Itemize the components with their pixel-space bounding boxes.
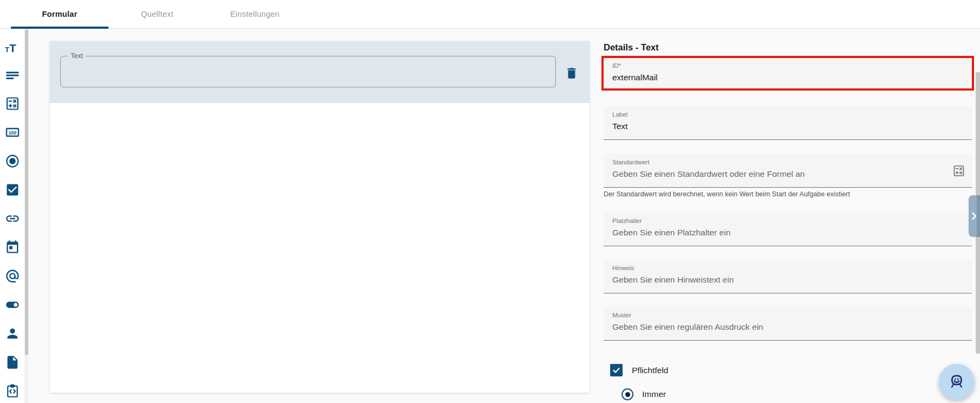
calculator-icon — [5, 96, 20, 111]
palette-item-expression[interactable] — [5, 96, 20, 111]
hint-field-placeholder: Geben Sie einen Hinweistext ein — [612, 274, 963, 285]
text-icon: TT — [5, 42, 16, 54]
required-checkbox-label: Pflichtfeld — [632, 366, 668, 375]
label-field-value: Text — [612, 121, 963, 131]
calendar-icon — [5, 240, 20, 255]
palette-item-email[interactable] — [5, 268, 20, 284]
link-icon — [5, 211, 20, 226]
check-icon — [612, 366, 621, 375]
pattern-field[interactable]: Muster Geben Sie einen regulären Ausdruc… — [604, 307, 972, 341]
label-field-label: Label — [612, 111, 963, 118]
palette-item-file[interactable] — [5, 355, 20, 370]
default-value-placeholder: Geben Sie einen Standardwert oder eine F… — [612, 169, 963, 179]
pattern-field-label: Muster — [612, 312, 963, 319]
palette-scrollbar-thumb[interactable] — [25, 29, 28, 355]
text-component-label: Text — [68, 52, 86, 60]
palette-item-toggle[interactable] — [5, 297, 20, 312]
palette-item-checklist[interactable] — [5, 383, 20, 399]
required-checkbox-row: Pflichtfeld — [610, 364, 668, 376]
default-value-field[interactable]: Standardwert Geben Sie einen Standardwer… — [604, 154, 972, 188]
required-checkbox[interactable] — [610, 364, 623, 376]
form-builder-app: Formular Quelltext Einstellungen TT — [0, 0, 980, 403]
number-icon: 100 — [5, 125, 20, 140]
robot-assistant-icon — [947, 372, 966, 392]
tab-quelltext[interactable]: Quelltext — [108, 0, 206, 28]
placeholder-field-placeholder: Geben Sie einen Platzhalter ein — [612, 227, 963, 238]
paragraph-icon — [5, 67, 20, 82]
always-radio-label: Immer — [642, 389, 666, 399]
component-palette: TT — [0, 28, 29, 403]
pattern-field-placeholder: Geben Sie einen regulären Ausdruck ein — [612, 322, 963, 332]
palette-items: TT — [5, 39, 20, 399]
radio-dot — [625, 392, 630, 397]
formula-editor-button[interactable] — [952, 164, 965, 177]
id-field[interactable]: ID* externalMail — [604, 58, 972, 88]
trash-icon — [565, 66, 579, 80]
file-icon — [5, 355, 20, 370]
always-radio-row: Immer — [622, 388, 666, 400]
form-canvas: Text — [50, 41, 590, 393]
checklist-code-icon — [5, 383, 20, 399]
tab-einstellungen-label: Einstellungen — [230, 10, 280, 18]
palette-item-date[interactable] — [5, 240, 20, 255]
checkbox-icon — [5, 182, 20, 197]
chevron-right-icon — [971, 212, 977, 220]
text-component-preview[interactable]: Text — [60, 56, 556, 87]
toggle-icon — [5, 297, 20, 312]
label-field[interactable]: Label Text — [604, 106, 972, 140]
hint-field-label: Hinweis — [612, 265, 963, 272]
tab-bar: Formular Quelltext Einstellungen — [0, 0, 980, 29]
palette-item-link[interactable] — [5, 211, 20, 226]
palette-item-radio[interactable] — [5, 153, 20, 169]
calculator-icon — [952, 164, 965, 177]
assistant-fab-button[interactable] — [939, 364, 975, 400]
tab-quelltext-label: Quelltext — [141, 10, 174, 18]
selected-component-row[interactable]: Text — [50, 41, 590, 103]
hint-field[interactable]: Hinweis Geben Sie einen Hinweistext ein — [604, 260, 972, 293]
id-field-label: ID* — [612, 62, 963, 69]
always-radio[interactable] — [622, 388, 633, 400]
placeholder-field[interactable]: Platzhalter Geben Sie einen Platzhalter … — [604, 213, 972, 246]
default-value-label: Standardwert — [612, 159, 963, 166]
palette-item-textarea[interactable] — [5, 67, 20, 82]
svg-text:100: 100 — [9, 130, 17, 136]
tab-formular-label: Formular — [42, 10, 77, 18]
radio-icon — [5, 153, 20, 169]
tab-formular[interactable]: Formular — [11, 0, 108, 28]
red-annotation-box: ID* externalMail — [601, 56, 974, 91]
user-icon — [5, 326, 20, 341]
delete-component-button[interactable] — [565, 66, 579, 80]
palette-item-user[interactable] — [5, 326, 20, 341]
details-panel-title: Details - Text — [604, 42, 658, 53]
default-value-helper-text: Der Standardwert wird berechnet, wenn ke… — [604, 190, 850, 198]
palette-item-checkbox[interactable] — [5, 182, 20, 197]
email-icon — [5, 268, 20, 284]
id-field-value: externalMail — [612, 72, 963, 82]
panel-expand-tab[interactable] — [969, 195, 980, 237]
palette-item-number[interactable]: 100 — [5, 125, 20, 140]
placeholder-field-label: Platzhalter — [612, 218, 963, 225]
palette-item-text[interactable]: TT — [5, 39, 20, 54]
tab-einstellungen[interactable]: Einstellungen — [206, 0, 304, 28]
